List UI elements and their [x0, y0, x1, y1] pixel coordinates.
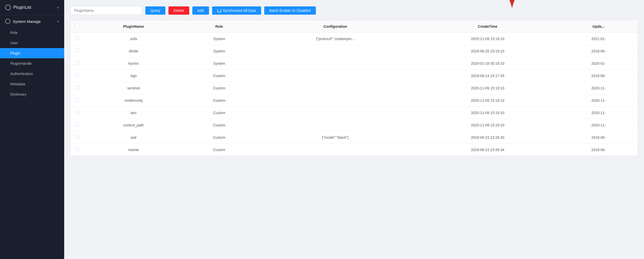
row-createtime: 2018-06-25 23:19:10: [416, 45, 560, 57]
row-pluginname: hystrix: [83, 57, 184, 70]
row-checkbox-cell: [71, 131, 83, 144]
delete-button-label: Delete: [174, 8, 184, 13]
sidebar-item-role-label: Role: [10, 31, 18, 35]
row-pluginname: resilience4j: [83, 94, 184, 107]
row-pluginname: context_path: [83, 119, 184, 131]
row-checkbox[interactable]: [75, 73, 79, 77]
row-updatetime: 2020-11-: [560, 119, 638, 131]
row-createtime: 2020-01-16 00:19:10: [416, 57, 560, 70]
row-checkbox-cell: [71, 107, 83, 119]
row-checkbox[interactable]: [75, 86, 79, 90]
table-row: hystrix System 2020-01-16 00:19:10 2020-…: [71, 57, 638, 70]
add-button-label: Add: [197, 8, 204, 13]
row-pluginname: tars: [83, 107, 184, 119]
batch-enable-button-label: Batch Enable Or Disabled: [269, 8, 311, 13]
row-role: Custom: [184, 107, 255, 119]
row-role: Custom: [184, 144, 255, 156]
delete-button[interactable]: Delete: [168, 6, 189, 15]
table-header-pluginname: PluginName: [83, 20, 184, 33]
row-checkbox[interactable]: [75, 110, 79, 114]
table-header-checkbox: [71, 20, 83, 33]
row-checkbox-cell: [71, 70, 83, 82]
table-row: tars Custom 2020-11-09 15:19:10 2020-11-: [71, 107, 638, 119]
row-updatetime: 2020-11-: [560, 82, 638, 94]
chevron-up-icon: ∧: [57, 20, 59, 23]
table-row: sign Custom 2018-06-14 23:17:35 2018-06-: [71, 70, 638, 82]
row-pluginname: rewrite: [83, 144, 184, 156]
sidebar-item-authentication-label: Authentication: [10, 72, 33, 76]
sidebar-item-user-label: User: [10, 41, 18, 45]
sidebar-item-role[interactable]: Role: [0, 27, 64, 38]
table-row: context_path Custom 2020-11-09 15:19:10 …: [71, 119, 638, 131]
sidebar-item-plugin[interactable]: Plugin: [0, 48, 64, 58]
row-config: [255, 57, 416, 70]
table-header-configuration: Configuration: [255, 20, 416, 33]
table-row: sofa System {"protocol":"zookeeper... 20…: [71, 33, 638, 45]
row-checkbox-cell: [71, 82, 83, 94]
sync-button-label: Synchronize All Data: [223, 8, 256, 13]
sidebar-item-pluginhandle[interactable]: PluginHandle: [0, 58, 64, 69]
row-checkbox[interactable]: [75, 147, 79, 151]
plugin-name-search-input[interactable]: [70, 6, 142, 15]
sidebar-item-dictionary[interactable]: Dictionary: [0, 89, 64, 99]
row-role: Custom: [184, 82, 255, 94]
table-row: rewrite Custom 2018-06-23 23:26:34 2018-…: [71, 144, 638, 156]
row-config: [255, 119, 416, 131]
row-updatetime: 2021-01-: [560, 33, 638, 45]
row-config: {"protocol":"zookeeper...: [255, 33, 416, 45]
row-checkbox[interactable]: [75, 98, 79, 102]
table-header-createtime: CreateTime: [416, 20, 560, 33]
toolbar-wrapper: Query Delete Add Synchronize All Data Ba…: [70, 6, 638, 15]
sidebar-logo[interactable]: PluginList ∨: [0, 0, 64, 15]
row-role: System: [184, 33, 255, 45]
row-updatetime: 2018-06-: [560, 70, 638, 82]
table-row: divide System 2018-06-25 23:19:10 2018-0…: [71, 45, 638, 57]
row-updatetime: 2018-06-: [560, 131, 638, 144]
table-header-row: PluginName Role Configuration CreateTime: [71, 20, 638, 33]
row-createtime: 2020-11-09 15:19:10: [416, 33, 560, 45]
row-pluginname: sofa: [83, 33, 184, 45]
system-manage-header[interactable]: System Manage ∧: [0, 15, 64, 27]
row-role: Custom: [184, 119, 255, 131]
row-config: [255, 45, 416, 57]
sidebar-item-authentication[interactable]: Authentication: [0, 69, 64, 79]
row-pluginname: waf: [83, 131, 184, 144]
row-checkbox[interactable]: [75, 123, 79, 127]
row-checkbox-cell: [71, 119, 83, 131]
row-config: {"model":"black"}: [255, 131, 416, 144]
row-createtime: 2020-11-09 15:19:10: [416, 94, 560, 107]
row-updatetime: 2018-06-: [560, 45, 638, 57]
query-button[interactable]: Query: [145, 6, 165, 15]
table-header-updatetime: Upda...: [560, 20, 638, 33]
row-role: System: [184, 45, 255, 57]
row-checkbox[interactable]: [75, 49, 79, 53]
row-createtime: 2020-11-09 15:19:10: [416, 119, 560, 131]
row-config: [255, 82, 416, 94]
row-pluginname: sentinel: [83, 82, 184, 94]
row-checkbox[interactable]: [75, 36, 79, 40]
row-createtime: 2018-06-23 23:26:34: [416, 144, 560, 156]
row-checkbox[interactable]: [75, 135, 79, 139]
row-pluginname: sign: [83, 70, 184, 82]
sidebar-item-pluginhandle-label: PluginHandle: [10, 61, 32, 66]
row-updatetime: 2018-06-: [560, 144, 638, 156]
query-button-label: Query: [150, 8, 160, 13]
select-all-checkbox[interactable]: [75, 24, 79, 28]
row-role: Custom: [184, 94, 255, 107]
row-createtime: 2018-06-23 23:26:30: [416, 131, 560, 144]
row-checkbox[interactable]: [75, 61, 79, 65]
row-checkbox-cell: [71, 144, 83, 156]
sidebar-item-metadata[interactable]: Metadata: [0, 79, 64, 89]
row-role: Custom: [184, 70, 255, 82]
plugin-table-container: PluginName Role Configuration CreateTime: [70, 20, 638, 156]
sidebar-logo-label: PluginList: [13, 5, 31, 10]
sidebar-item-metadata-label: Metadata: [10, 82, 25, 86]
sync-button[interactable]: Synchronize All Data: [212, 6, 261, 15]
add-button[interactable]: Add: [192, 6, 209, 15]
batch-enable-button[interactable]: Batch Enable Or Disabled: [264, 6, 316, 15]
table-row: resilience4j Custom 2020-11-09 15:19:10 …: [71, 94, 638, 107]
sidebar-item-user[interactable]: User: [0, 38, 64, 48]
row-updatetime: 2020-01-: [560, 57, 638, 70]
row-checkbox-cell: [71, 45, 83, 57]
row-config: [255, 70, 416, 82]
